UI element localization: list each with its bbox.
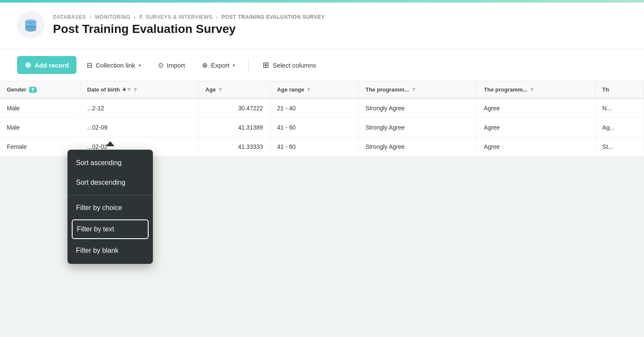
table-body: Male ...2-12 30.47222 21 - 40 Strongly A… xyxy=(0,98,644,157)
dob-filter-icon[interactable] xyxy=(133,88,138,92)
col-prog1: The programm... xyxy=(358,81,477,98)
cell-age-range: 21 - 40 xyxy=(270,98,358,118)
cell-prog1: Strongly Agree xyxy=(358,118,477,137)
cell-prog3: N... xyxy=(595,98,644,118)
filter-dropdown-menu: Sort ascending Sort descending Filter by… xyxy=(67,150,153,264)
breadcrumb-monitoring[interactable]: MONITORING xyxy=(95,14,131,20)
svg-marker-7 xyxy=(219,88,222,92)
import-icon: ⊙ xyxy=(158,61,164,69)
sort-desc-icon[interactable] xyxy=(127,86,131,93)
sort-asc-icon[interactable] xyxy=(123,86,126,93)
sort-ascending-item[interactable]: Sort ascending xyxy=(67,153,153,173)
age-range-filter-icon[interactable] xyxy=(307,88,311,92)
collection-link-icon: ⊟ xyxy=(87,61,92,69)
breadcrumb-current: POST TRAINING EVALUATION SURVEY xyxy=(222,14,325,20)
add-record-label: Add record xyxy=(35,62,69,69)
svg-marker-4 xyxy=(123,87,126,91)
svg-marker-6 xyxy=(134,88,137,92)
plus-icon: ⊕ xyxy=(25,60,31,70)
age-filter-icon[interactable] xyxy=(218,88,222,92)
collection-link-label: Collection link xyxy=(96,62,135,69)
col-age: Age xyxy=(198,81,270,98)
sort-descending-item[interactable]: Sort descending xyxy=(67,173,153,192)
export-icon: ⊕ xyxy=(202,61,208,69)
header-text-group: DATABASES › MONITORING › F. SURVEYS & IN… xyxy=(53,14,325,36)
col-age-range: Age range xyxy=(270,81,358,98)
import-label: Import xyxy=(167,62,185,69)
col-dob: Date of birth xyxy=(80,81,199,98)
gender-filter-icon[interactable] xyxy=(29,87,37,93)
filter-by-blank-item[interactable]: Filter by blank xyxy=(67,241,153,260)
table-header: Gender Date of birth xyxy=(0,81,644,98)
cell-age: 41.31389 xyxy=(198,118,270,137)
cell-prog2: Agree xyxy=(477,137,595,157)
col-gender-label: Gender xyxy=(7,86,26,93)
export-label: Export xyxy=(211,62,229,69)
cell-prog1: Strongly Agree xyxy=(358,137,477,157)
svg-point-2 xyxy=(25,27,36,31)
dropdown-divider xyxy=(67,195,153,195)
table-row[interactable]: Male ...02-09 41.31389 41 - 60 Strongly … xyxy=(0,118,644,137)
page-header: DATABASES › MONITORING › F. SURVEYS & IN… xyxy=(0,3,644,49)
cell-dob: ...02-09 xyxy=(80,118,199,137)
export-chevron: ▾ xyxy=(233,63,235,68)
col-prog2: The programm... xyxy=(477,81,595,98)
prog2-filter-icon[interactable] xyxy=(530,88,534,92)
filter-by-text-item[interactable]: Filter by text xyxy=(72,219,149,239)
col-age-range-label: Age range xyxy=(277,86,304,93)
cell-dob: ...2-12 xyxy=(80,98,199,118)
cell-gender: Male xyxy=(0,98,80,118)
prog1-filter-icon[interactable] xyxy=(412,88,416,92)
svg-marker-10 xyxy=(530,88,534,92)
select-columns-label: Select columns xyxy=(272,62,316,69)
collection-link-button[interactable]: ⊟ Collection link ▾ xyxy=(80,57,148,74)
export-button[interactable]: ⊕ Export ▾ xyxy=(195,57,242,74)
select-columns-button[interactable]: ⊞ Select columns xyxy=(256,56,323,74)
col-gender: Gender xyxy=(0,81,80,98)
col-prog3-label: Th xyxy=(602,86,609,93)
cell-prog2: Agree xyxy=(477,118,595,137)
breadcrumb-sep-2: › xyxy=(134,14,136,21)
col-dob-label: Date of birth xyxy=(87,86,120,93)
cell-age: 30.47222 xyxy=(198,98,270,118)
svg-marker-8 xyxy=(307,88,310,92)
add-record-button[interactable]: ⊕ Add record xyxy=(17,56,76,74)
dropdown-pointer xyxy=(106,141,114,146)
breadcrumb: DATABASES › MONITORING › F. SURVEYS & IN… xyxy=(53,14,325,21)
breadcrumb-surveys[interactable]: F. SURVEYS & INTERVIEWS xyxy=(140,14,213,20)
table-container: Gender Date of birth xyxy=(0,81,644,157)
toolbar: ⊕ Add record ⊟ Collection link ▾ ⊙ Impor… xyxy=(0,49,644,81)
import-button[interactable]: ⊙ Import xyxy=(151,57,192,74)
col-prog3: Th xyxy=(595,81,644,98)
cell-prog3: Ag... xyxy=(595,118,644,137)
cell-age-range: 41 - 60 xyxy=(270,118,358,137)
toolbar-divider xyxy=(249,58,249,72)
data-table: Gender Date of birth xyxy=(0,81,644,157)
cell-age: 41.33333 xyxy=(198,137,270,157)
svg-marker-3 xyxy=(31,88,35,92)
cell-prog1: Strongly Agree xyxy=(358,98,477,118)
svg-marker-9 xyxy=(412,88,416,92)
cell-age-range: 41 - 60 xyxy=(270,137,358,157)
col-prog1-label: The programm... xyxy=(366,86,409,93)
cell-prog2: Agree xyxy=(477,98,595,118)
columns-icon: ⊞ xyxy=(263,60,269,70)
breadcrumb-sep-1: › xyxy=(89,14,91,21)
database-icon xyxy=(17,11,44,38)
col-prog2-label: The programm... xyxy=(484,86,527,93)
collection-link-chevron: ▾ xyxy=(139,63,141,68)
breadcrumb-sep-3: › xyxy=(216,14,218,21)
table-row[interactable]: Male ...2-12 30.47222 21 - 40 Strongly A… xyxy=(0,98,644,118)
filter-by-choice-item[interactable]: Filter by choice xyxy=(67,198,153,218)
col-age-label: Age xyxy=(205,86,216,93)
page-title: Post Training Evaluation Survey xyxy=(53,22,325,36)
cell-prog3: St... xyxy=(595,137,644,157)
breadcrumb-databases[interactable]: DATABASES xyxy=(53,14,86,20)
svg-marker-5 xyxy=(127,88,131,92)
cell-gender: Male xyxy=(0,118,80,137)
